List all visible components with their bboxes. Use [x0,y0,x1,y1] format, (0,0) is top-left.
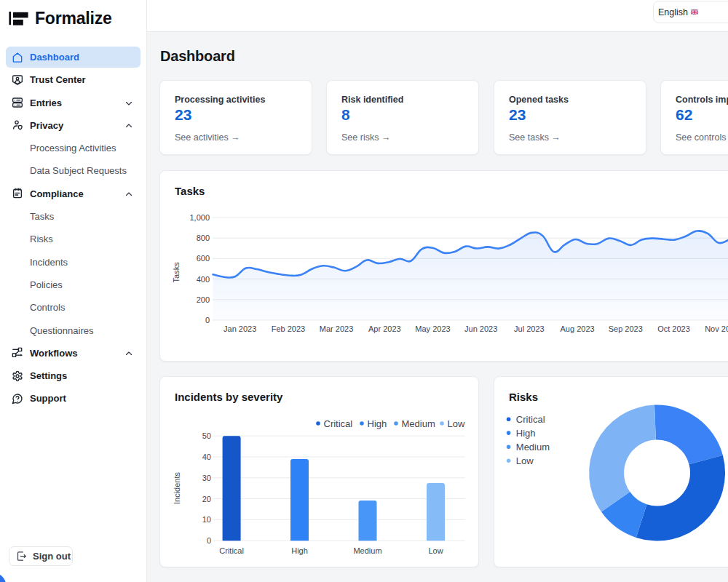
svg-text:May 2023: May 2023 [415,324,450,333]
svg-text:Tasks: Tasks [172,262,181,283]
svg-text:Medium: Medium [402,418,435,429]
svg-text:Medium: Medium [353,546,381,555]
svg-text:0: 0 [207,536,211,545]
svg-text:Incidents: Incidents [173,471,181,504]
svg-text:Jul 2023: Jul 2023 [514,324,545,333]
svg-text:Aug 2023: Aug 2023 [561,324,595,333]
svg-text:30: 30 [202,474,211,482]
svg-text:Mar 2023: Mar 2023 [320,324,353,333]
svg-text:50: 50 [202,431,211,440]
svg-text:Critical: Critical [219,546,244,555]
svg-text:Sep 2023: Sep 2023 [609,324,643,333]
svg-text:10: 10 [202,515,211,524]
svg-text:600: 600 [197,254,210,263]
svg-text:Oct 2023: Oct 2023 [657,324,690,333]
svg-text:Apr 2023: Apr 2023 [368,324,401,333]
svg-text:Low: Low [516,455,534,466]
svg-text:1,000: 1,000 [189,213,210,222]
svg-text:Low: Low [448,418,465,429]
svg-text:Nov 2023: Nov 2023 [705,324,728,333]
svg-text:0: 0 [205,316,210,324]
svg-text:Low: Low [428,546,443,555]
svg-text:High: High [368,418,387,429]
svg-text:200: 200 [197,295,210,304]
svg-text:Critical: Critical [324,418,353,429]
svg-text:20: 20 [202,495,211,503]
svg-text:400: 400 [197,275,210,284]
svg-text:800: 800 [197,234,210,242]
svg-text:High: High [291,546,308,555]
svg-text:Jun 2023: Jun 2023 [464,324,497,333]
svg-text:Medium: Medium [516,442,550,453]
svg-text:Jan 2023: Jan 2023 [223,324,256,333]
svg-text:Feb 2023: Feb 2023 [272,324,305,333]
svg-text:Critical: Critical [516,414,545,425]
svg-text:40: 40 [202,453,211,461]
svg-text:High: High [516,428,536,439]
